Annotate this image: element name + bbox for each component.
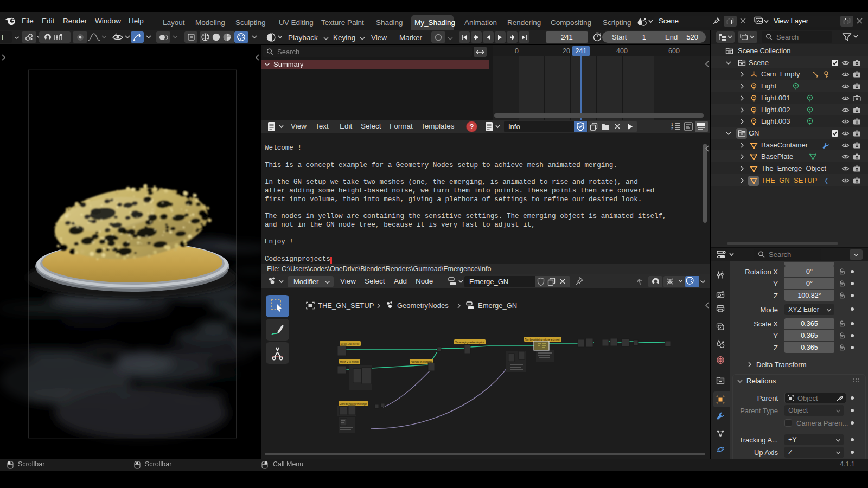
svg-text:2: 2 <box>671 127 673 131</box>
svg-text:Mesh 2 to merge: Mesh 2 to merge <box>340 361 359 363</box>
svg-text:Define the noise for the merge: Define the noise for the merger <box>340 403 368 406</box>
svg-text:Mesh 1 to merge: Mesh 1 to merge <box>341 343 360 345</box>
svg-text:Turn emerging meshes into poin: Turn emerging meshes into points <box>455 341 485 344</box>
svg-text:Turn the points into volume an: Turn the points into volume and mesh <box>525 338 560 341</box>
svg-text:1: 1 <box>671 123 673 126</box>
